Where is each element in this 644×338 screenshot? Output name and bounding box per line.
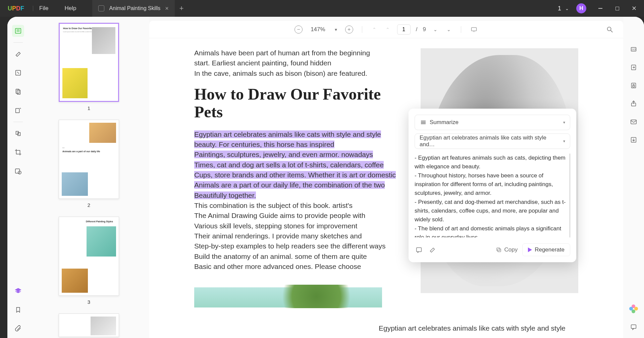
chevron-down-icon: ▾ bbox=[563, 120, 565, 125]
page-total: 9 bbox=[423, 26, 426, 33]
svg-point-13 bbox=[607, 27, 611, 31]
zoom-value[interactable]: 147% bbox=[311, 26, 325, 33]
document-heading: How to Draw Our Favorite Pets bbox=[194, 86, 404, 121]
protect-icon[interactable] bbox=[629, 81, 638, 90]
fill-sign-icon[interactable] bbox=[12, 104, 24, 116]
app-logo: UPDF bbox=[5, 3, 27, 13]
next-page-icon[interactable]: ⌄ bbox=[431, 25, 439, 34]
convert-icon[interactable] bbox=[629, 63, 638, 72]
ai-mode-select[interactable]: Summarize ▾ bbox=[415, 115, 570, 130]
document-toolbar: − 147% ▾ + ⌃ ⌃ / 9 ⌄ ⌄ bbox=[149, 21, 623, 38]
window-minimize[interactable] bbox=[594, 2, 607, 15]
comment-icon[interactable] bbox=[629, 323, 638, 331]
svg-rect-16 bbox=[498, 249, 501, 252]
ocr-icon[interactable]: OCR bbox=[629, 45, 638, 54]
document-second-column: Egyptian art celebrates animals like cat… bbox=[194, 324, 578, 333]
search-icon[interactable] bbox=[605, 25, 614, 34]
last-page-icon[interactable]: ⌄ bbox=[445, 25, 453, 34]
watermark-icon[interactable] bbox=[12, 165, 24, 177]
workspace: How to Draw Our Favorite PetsLorem ipsum… bbox=[7, 17, 644, 338]
prev-page-icon[interactable]: ⌃ bbox=[384, 25, 392, 34]
page-separator: / bbox=[416, 26, 418, 33]
svg-rect-22 bbox=[633, 86, 635, 87]
crop-icon[interactable] bbox=[12, 146, 24, 158]
save-icon[interactable] bbox=[629, 135, 638, 144]
regenerate-button[interactable]: Regenerate bbox=[522, 243, 570, 256]
svg-rect-24 bbox=[631, 120, 637, 124]
page-thumbnail[interactable]: textAnimals are a part of our daily life bbox=[59, 120, 119, 199]
page-organizer-icon[interactable] bbox=[12, 86, 24, 98]
thumbnail-number: 2 bbox=[88, 202, 90, 208]
chevron-down-icon[interactable]: ⌄ bbox=[565, 6, 569, 11]
page-thumbnail[interactable]: Different Painting Styles bbox=[59, 217, 119, 296]
attachment-icon[interactable] bbox=[12, 323, 24, 335]
tab-document-icon bbox=[98, 5, 104, 11]
document-image-tree bbox=[194, 287, 382, 307]
window-counter[interactable]: 1 bbox=[558, 5, 561, 12]
ai-flower-icon[interactable] bbox=[629, 304, 638, 313]
reader-mode-icon[interactable] bbox=[12, 25, 24, 37]
share-icon[interactable] bbox=[629, 99, 638, 108]
highlighter-icon[interactable] bbox=[428, 245, 437, 254]
zoom-dropdown-icon[interactable]: ▾ bbox=[333, 25, 339, 34]
zoom-in-button[interactable]: + bbox=[344, 25, 354, 34]
svg-rect-15 bbox=[417, 248, 422, 252]
edit-text-icon[interactable] bbox=[12, 67, 24, 79]
svg-rect-4 bbox=[16, 89, 19, 94]
svg-rect-0 bbox=[15, 29, 21, 34]
highlighted-text: Egyptian art celebrates animals like cat… bbox=[194, 130, 381, 138]
window-close[interactable]: ✕ bbox=[627, 2, 641, 15]
page-thumbnail[interactable] bbox=[59, 314, 119, 337]
page-number-input[interactable] bbox=[397, 24, 411, 35]
chevron-down-icon: ▾ bbox=[563, 139, 565, 144]
add-tab-button[interactable]: + bbox=[179, 4, 184, 13]
redact-icon[interactable] bbox=[12, 127, 24, 139]
email-icon[interactable] bbox=[629, 117, 638, 126]
copy-button[interactable]: Copy bbox=[496, 246, 518, 253]
presentation-icon[interactable] bbox=[469, 25, 479, 34]
tab-title: Animal Painting Skills bbox=[109, 5, 160, 11]
sticky-note-icon[interactable] bbox=[415, 245, 423, 254]
document-tab[interactable]: Animal Painting Skills × bbox=[92, 0, 174, 17]
thumbnail-number: 3 bbox=[88, 299, 90, 305]
svg-rect-26 bbox=[631, 325, 636, 329]
highlighter-icon[interactable] bbox=[12, 48, 24, 60]
thumbnail-number: 1 bbox=[88, 105, 90, 111]
svg-rect-5 bbox=[17, 90, 20, 94]
svg-line-14 bbox=[611, 30, 613, 32]
titlebar: UPDF File Help Animal Painting Skills × … bbox=[0, 0, 644, 17]
bookmark-icon[interactable] bbox=[12, 304, 24, 316]
play-icon bbox=[528, 247, 532, 252]
ai-summary-select[interactable]: Egyptian art celebrates animals like cat… bbox=[415, 133, 570, 149]
window-maximize[interactable] bbox=[610, 2, 624, 15]
thumbnail-panel[interactable]: How to Draw Our Favorite PetsLorem ipsum… bbox=[29, 17, 149, 338]
list-icon bbox=[420, 120, 426, 125]
zoom-out-button[interactable]: − bbox=[294, 25, 303, 34]
layers-icon[interactable] bbox=[12, 285, 24, 297]
ai-result-text[interactable]: - Egyptian art features animals such as … bbox=[415, 154, 570, 237]
ai-assistant-panel: Summarize ▾ Egyptian art celebrates anim… bbox=[409, 109, 576, 262]
tab-close-icon[interactable]: × bbox=[165, 5, 169, 12]
menu-file[interactable]: File bbox=[39, 5, 48, 12]
document-scroll[interactable]: Animals have been part of human art from… bbox=[149, 38, 623, 338]
user-avatar[interactable]: H bbox=[576, 3, 586, 13]
first-page-icon[interactable]: ⌃ bbox=[370, 25, 378, 34]
svg-rect-8 bbox=[18, 132, 20, 135]
document-text-column[interactable]: Animals have been part of human art from… bbox=[194, 48, 404, 307]
right-sidebar: OCR bbox=[623, 17, 644, 338]
menu-help[interactable]: Help bbox=[64, 5, 76, 12]
page-thumbnail[interactable]: How to Draw Our Favorite PetsLorem ipsum… bbox=[59, 23, 119, 102]
document-view: − 147% ▾ + ⌃ ⌃ / 9 ⌄ ⌄ Animals have been… bbox=[149, 21, 623, 338]
svg-text:OCR: OCR bbox=[632, 48, 637, 51]
left-sidebar bbox=[7, 17, 29, 338]
svg-rect-11 bbox=[471, 27, 476, 31]
svg-rect-6 bbox=[15, 109, 19, 113]
svg-rect-17 bbox=[497, 248, 500, 251]
